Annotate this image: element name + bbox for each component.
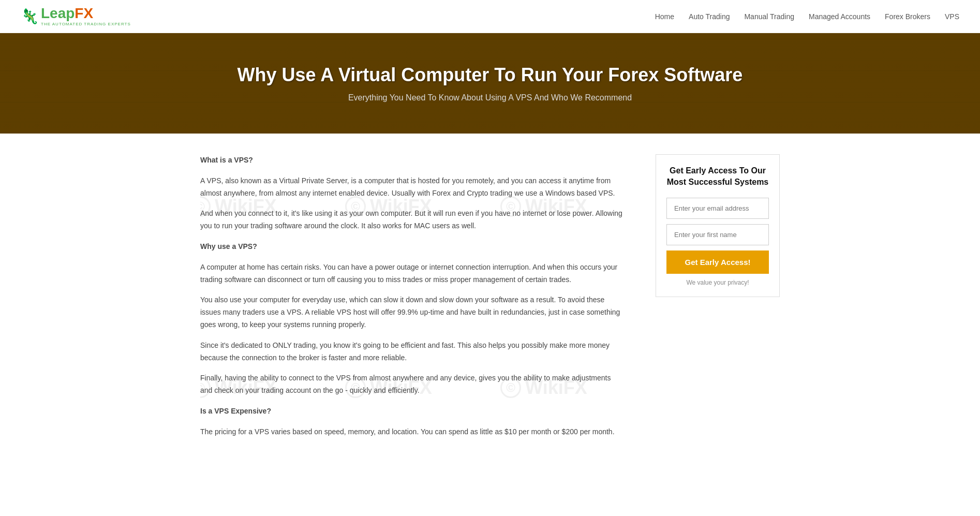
section1-heading: What is a VPS? [200,154,625,167]
email-input[interactable] [666,198,769,219]
logo-icon: 🦎 [21,8,39,25]
section3-para1: The pricing for a VPS varies based on sp… [200,426,625,438]
logo: 🦎 LeapFX THE AUTOMATED TRADING EXPERTS [21,6,131,26]
hero-title: Why Use A Virtual Computer To Run Your F… [21,64,959,86]
article: © WikiFX © WikiFX © WikiFX © WikiFX © Wi… [200,154,625,447]
section3-heading: Is a VPS Expensive? [200,405,625,418]
privacy-text: We value your privacy! [666,279,769,286]
nav-item-vps[interactable]: VPS [945,12,959,21]
section2-heading: Why use a VPS? [200,241,625,253]
get-early-access-button[interactable]: Get Early Access! [666,250,769,274]
logo-subtitle: THE AUTOMATED TRADING EXPERTS [41,22,131,26]
section2-para2: You also use your computer for everyday … [200,294,625,331]
section1-para1: A VPS, also known as a Virtual Private S… [200,175,625,200]
nav-item-forex-brokers[interactable]: Forex Brokers [885,12,930,21]
nav-item-auto-trading[interactable]: Auto Trading [689,12,730,21]
logo-fx: FX [75,5,93,21]
sidebar-title: Get Early Access To Our Most Successful … [666,165,769,188]
section1-para2: And when you connect to it, it's like us… [200,208,625,232]
nav-item-manual-trading[interactable]: Manual Trading [744,12,794,21]
sidebar: Get Early Access To Our Most Successful … [656,154,780,447]
main-content: © WikiFX © WikiFX © WikiFX © WikiFX © Wi… [180,134,800,478]
section2-para4: Finally, having the ability to connect t… [200,372,625,397]
firstname-input[interactable] [666,224,769,245]
section2-para3: Since it's dedicated to ONLY trading, yo… [200,340,625,364]
hero-subtitle: Everything You Need To Know About Using … [21,93,959,102]
nav-item-managed-accounts[interactable]: Managed Accounts [809,12,870,21]
logo-text: LeapFX [41,6,131,21]
site-header: 🦎 LeapFX THE AUTOMATED TRADING EXPERTS H… [0,0,980,33]
section2-para1: A computer at home has certain risks. Yo… [200,261,625,286]
nav-item-home[interactable]: Home [655,12,674,21]
article-inner: What is a VPS? A VPS, also known as a Vi… [200,154,625,438]
main-nav: HomeAuto TradingManual TradingManaged Ac… [655,12,959,21]
sidebar-card: Get Early Access To Our Most Successful … [656,154,780,297]
hero-banner: Why Use A Virtual Computer To Run Your F… [0,33,980,134]
logo-leap: Leap [41,5,75,21]
